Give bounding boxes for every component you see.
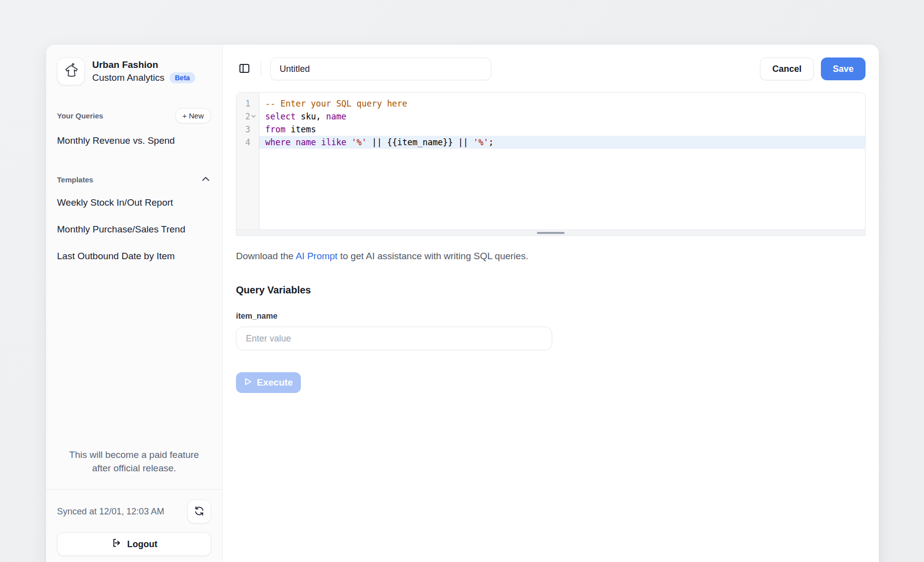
query-title-input[interactable] bbox=[270, 57, 491, 80]
editor-code-area[interactable]: -- Enter your SQL query hereselect sku, … bbox=[259, 93, 865, 229]
editor-resize-strip[interactable] bbox=[236, 230, 866, 236]
execute-label: Execute bbox=[257, 377, 293, 388]
sync-status-text: Synced at 12/01, 12:03 AM bbox=[57, 506, 164, 517]
app-window: Urban Fashion Custom Analytics Beta Your… bbox=[46, 45, 879, 562]
resize-handle-icon bbox=[537, 232, 565, 234]
chevron-up-icon bbox=[201, 176, 210, 183]
ai-prompt-link[interactable]: AI Prompt bbox=[295, 251, 337, 261]
beta-badge: Beta bbox=[170, 72, 195, 83]
sidebar-footer: Synced at 12/01, 12:03 AM bbox=[46, 489, 222, 562]
sidebar-item-template[interactable]: Weekly Stock In/Out Report bbox=[57, 197, 211, 208]
paid-feature-notice: This will become a paid feature after of… bbox=[57, 448, 211, 475]
new-query-button[interactable]: + New bbox=[175, 108, 211, 123]
tshirt-logo-icon bbox=[61, 61, 80, 82]
code-line[interactable]: select sku, name bbox=[259, 110, 865, 123]
templates-collapse-button[interactable] bbox=[200, 175, 211, 184]
logout-button[interactable]: Logout bbox=[57, 532, 211, 556]
sidebar-item-template[interactable]: Monthly Purchase/Sales Trend bbox=[57, 224, 211, 235]
toolbar: Cancel Save bbox=[236, 57, 866, 80]
panel-left-icon bbox=[238, 62, 251, 76]
sidebar-spacer bbox=[57, 262, 211, 448]
editor-gutter: 1234 bbox=[236, 93, 259, 229]
code-line[interactable]: from items bbox=[259, 123, 865, 136]
refresh-button[interactable] bbox=[187, 500, 211, 523]
cancel-button[interactable]: Cancel bbox=[760, 57, 814, 80]
your-queries-label: Your Queries bbox=[57, 112, 103, 120]
query-variables-heading: Query Variables bbox=[236, 284, 866, 296]
ai-note-prefix: Download the bbox=[236, 251, 295, 261]
save-button[interactable]: Save bbox=[821, 57, 866, 80]
sidebar-item-query[interactable]: Monthly Revenue vs. Spend bbox=[57, 135, 211, 146]
workspace-logo bbox=[57, 57, 85, 85]
template-list: Weekly Stock In/Out ReportMonthly Purcha… bbox=[57, 197, 211, 262]
sync-status-row: Synced at 12/01, 12:03 AM bbox=[57, 500, 211, 523]
brand-text: Urban Fashion Custom Analytics Beta bbox=[92, 58, 195, 84]
code-line-active[interactable]: where name ilike '%' || {{item_name}} ||… bbox=[259, 136, 865, 149]
sql-editor[interactable]: 1234 -- Enter your SQL query hereselect … bbox=[236, 92, 866, 230]
templates-header: Templates bbox=[57, 175, 211, 184]
variable-name-label: item_name bbox=[236, 312, 866, 321]
ai-prompt-note: Download the AI Prompt to get AI assista… bbox=[236, 251, 866, 262]
workspace-name: Urban Fashion bbox=[92, 58, 195, 71]
query-list: Monthly Revenue vs. Spend bbox=[57, 135, 211, 146]
app-title: Custom Analytics bbox=[92, 71, 165, 84]
main-panel: Cancel Save 1234 -- Enter your SQL query… bbox=[223, 45, 879, 562]
execute-button[interactable]: Execute bbox=[236, 372, 301, 393]
sidebar-item-template[interactable]: Last Outbound Date by Item bbox=[57, 251, 211, 262]
play-icon bbox=[244, 377, 252, 389]
ai-note-suffix: to get AI assistance with writing SQL qu… bbox=[338, 251, 528, 261]
logout-icon bbox=[111, 538, 121, 551]
templates-label: Templates bbox=[57, 175, 93, 184]
refresh-icon bbox=[194, 506, 205, 518]
fold-chevron-down-icon[interactable] bbox=[250, 115, 256, 118]
sidebar: Urban Fashion Custom Analytics Beta Your… bbox=[46, 45, 223, 562]
sidebar-toggle-button[interactable] bbox=[236, 60, 253, 78]
gutter-line-number: 2 bbox=[236, 110, 259, 123]
gutter-line-number: 4 bbox=[236, 136, 259, 149]
your-queries-header: Your Queries + New bbox=[57, 108, 211, 123]
toolbar-divider bbox=[261, 61, 261, 76]
code-line[interactable]: -- Enter your SQL query here bbox=[259, 97, 865, 110]
gutter-line-number: 1 bbox=[236, 97, 259, 110]
variable-value-input[interactable] bbox=[236, 327, 552, 350]
logout-label: Logout bbox=[127, 539, 158, 550]
brand-header: Urban Fashion Custom Analytics Beta bbox=[57, 57, 211, 85]
gutter-line-number: 3 bbox=[236, 123, 259, 136]
